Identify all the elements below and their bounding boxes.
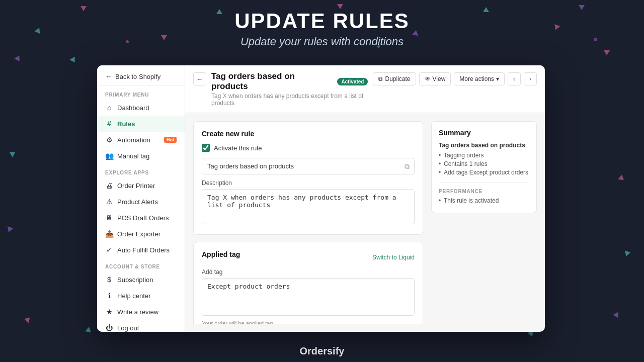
topbar-back-button[interactable]: ← xyxy=(193,72,206,85)
activate-rule-label: Activate this rule xyxy=(214,144,262,152)
back-to-shopify[interactable]: ← Back to Shopify xyxy=(97,65,185,86)
sidebar-item-auto-fulfill-label: Auto Fulfill Orders xyxy=(117,246,170,254)
summary-item-3: Add tags Except product orders xyxy=(439,169,529,176)
duplicate-label: Duplicate xyxy=(385,75,410,82)
sidebar-item-subscription[interactable]: $ Subscription xyxy=(97,272,185,288)
product-alerts-icon: ⚠ xyxy=(105,198,113,206)
form-panel: Create new rule Activate this rule ⧉ Des… xyxy=(193,121,423,324)
status-badge: Activated xyxy=(337,78,368,85)
sidebar-item-order-exporter-label: Order Exporter xyxy=(117,230,160,238)
activate-rule-checkbox[interactable] xyxy=(202,144,210,152)
view-icon: 👁 xyxy=(425,75,431,82)
tag-helper-text: Your order will be applied tag xyxy=(202,320,415,324)
create-rule-title: Create new rule xyxy=(202,130,415,138)
automation-icon: ⚙ xyxy=(105,136,113,144)
sidebar-item-order-printer-label: Order Printer xyxy=(117,182,155,190)
sidebar-item-help-center-label: Help center xyxy=(117,292,150,300)
activate-rule-row: Activate this rule xyxy=(202,144,415,152)
applied-tag-title: Applied tag xyxy=(202,250,240,258)
duplicate-icon: ⧉ xyxy=(378,75,383,82)
auto-fulfill-icon: ✓ xyxy=(105,246,113,254)
sidebar-item-dashboard-label: Dashboard xyxy=(117,104,149,112)
copy-icon: ⧉ xyxy=(405,162,410,170)
nav-next-button[interactable]: › xyxy=(524,72,537,85)
sidebar-item-order-printer[interactable]: 🖨 Order Printer xyxy=(97,177,185,194)
log-out-icon: ⏻ xyxy=(105,324,113,332)
back-arrow-icon: ← xyxy=(105,72,112,80)
sidebar-item-rules-label: Rules xyxy=(117,120,135,128)
sidebar-item-subscription-label: Subscription xyxy=(117,276,153,284)
summary-card: Summary Tag orders based on products Tag… xyxy=(431,121,537,213)
more-actions-label: More actions xyxy=(459,75,494,82)
footer-brand: Ordersify xyxy=(0,345,644,357)
rule-title: Tag orders based on products xyxy=(211,71,333,92)
sidebar-item-pos-draft-orders-label: POS Draft Orders xyxy=(117,214,169,222)
sidebar-item-write-review-label: Write a review xyxy=(117,308,158,316)
write-review-icon: ★ xyxy=(105,308,113,316)
performance-item-1: This rule is activated xyxy=(439,197,529,204)
dashboard-icon: ⌂ xyxy=(105,104,113,112)
page-subheading: Update your rules with conditions xyxy=(0,35,644,48)
sidebar-item-automation-label: Automation xyxy=(117,136,150,144)
summary-items-list: Tagging orders Contains 1 rules Add tags… xyxy=(439,152,529,176)
rule-name-field: ⧉ xyxy=(202,158,415,174)
performance-items-list: This rule is activated xyxy=(439,197,529,204)
create-rule-card: Create new rule Activate this rule ⧉ Des… xyxy=(193,121,423,235)
primary-menu-label: PRIMARY MENU xyxy=(97,86,185,100)
rule-subtitle: Tag X when orders has any products excep… xyxy=(211,93,368,107)
sidebar-item-help-center[interactable]: ℹ Help center xyxy=(97,288,185,304)
sidebar-item-log-out[interactable]: ⏻ Log out xyxy=(97,320,185,332)
account-store-label: ACCOUNT & STORE xyxy=(97,258,185,272)
pos-draft-orders-icon: 🖥 xyxy=(105,214,113,222)
performance-label: PERFORMANCE xyxy=(439,189,529,194)
manual-tag-icon: 👥 xyxy=(105,152,113,160)
sidebar: ← Back to Shopify PRIMARY MENU ⌂ Dashboa… xyxy=(97,65,185,332)
topbar-actions: ⧉ Duplicate 👁 View More actions ▾ ‹ › xyxy=(373,72,537,85)
view-button[interactable]: 👁 View xyxy=(419,72,451,85)
order-exporter-icon: 📤 xyxy=(105,230,113,238)
summary-panel: Summary Tag orders based on products Tag… xyxy=(431,121,537,324)
sidebar-item-automation[interactable]: ⚙ Automation Hot xyxy=(97,132,185,148)
switch-liquid-link[interactable]: Switch to Liquid xyxy=(372,254,415,261)
summary-item-1: Tagging orders xyxy=(439,152,529,159)
sidebar-item-write-review[interactable]: ★ Write a review xyxy=(97,304,185,320)
rule-name-input[interactable] xyxy=(202,158,415,174)
description-label: Description xyxy=(202,179,415,187)
view-label: View xyxy=(433,75,446,82)
add-tag-label: Add tag xyxy=(202,268,415,276)
help-center-icon: ℹ xyxy=(105,292,113,300)
sidebar-item-dashboard[interactable]: ⌂ Dashboard xyxy=(97,100,185,116)
back-to-shopify-label: Back to Shopify xyxy=(115,73,160,80)
order-printer-icon: 🖨 xyxy=(105,182,113,190)
chevron-down-icon: ▾ xyxy=(496,75,499,82)
sidebar-item-product-alerts-label: Product Alerts xyxy=(117,198,158,206)
hot-badge: Hot xyxy=(164,137,177,143)
page-heading: UPDATE RULES xyxy=(0,9,644,33)
main-content: ← Tag orders based on products Activated… xyxy=(185,65,545,332)
sidebar-item-auto-fulfill-orders[interactable]: ✓ Auto Fulfill Orders xyxy=(97,242,185,258)
sidebar-item-rules[interactable]: # Rules xyxy=(97,116,185,132)
duplicate-button[interactable]: ⧉ Duplicate xyxy=(373,72,416,85)
rules-icon: # xyxy=(105,120,113,128)
description-textarea[interactable]: Tag X when orders has any products excep… xyxy=(202,189,415,224)
sidebar-item-product-alerts[interactable]: ⚠ Product Alerts xyxy=(97,194,185,210)
summary-rule-title: Tag orders based on products xyxy=(439,142,529,149)
applied-tag-card: Applied tag Switch to Liquid Add tag Exc… xyxy=(193,242,423,324)
applied-tag-header: Applied tag Switch to Liquid xyxy=(202,250,415,264)
topbar-title-area: Tag orders based on products Activated T… xyxy=(211,71,368,107)
explore-apps-label: EXPLORE APPS xyxy=(97,164,185,177)
sidebar-item-manual-tag[interactable]: 👥 Manual tag xyxy=(97,148,185,164)
summary-item-2: Contains 1 rules xyxy=(439,160,529,167)
sidebar-item-manual-tag-label: Manual tag xyxy=(117,152,149,160)
subscription-icon: $ xyxy=(105,276,113,284)
summary-title: Summary xyxy=(439,129,529,137)
ui-window: ← Back to Shopify PRIMARY MENU ⌂ Dashboa… xyxy=(97,65,545,332)
sidebar-item-order-exporter[interactable]: 📤 Order Exporter xyxy=(97,226,185,242)
sidebar-item-log-out-label: Log out xyxy=(117,324,139,332)
topbar: ← Tag orders based on products Activated… xyxy=(185,65,545,113)
sidebar-item-pos-draft-orders[interactable]: 🖥 POS Draft Orders xyxy=(97,210,185,226)
content-area: Create new rule Activate this rule ⧉ Des… xyxy=(185,113,545,332)
more-actions-button[interactable]: More actions ▾ xyxy=(454,72,505,85)
add-tag-textarea[interactable]: Except product orders xyxy=(202,278,415,316)
nav-prev-button[interactable]: ‹ xyxy=(508,72,521,85)
